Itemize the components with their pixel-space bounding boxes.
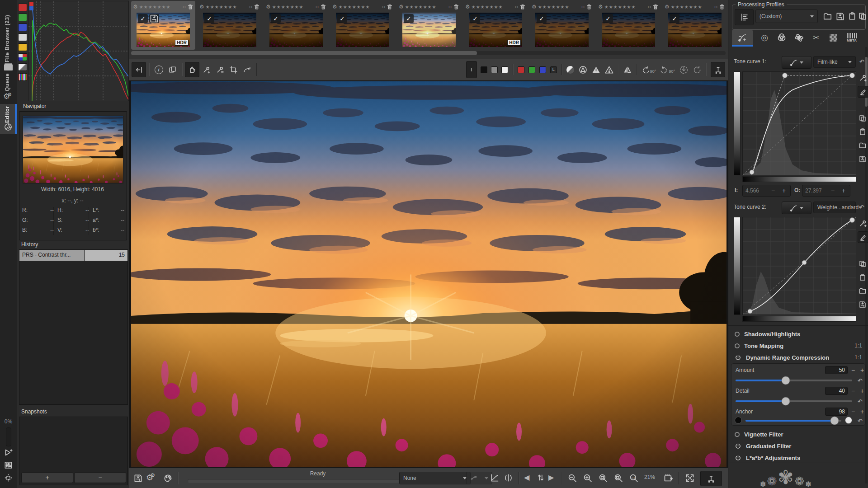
plus-button[interactable]: +: [859, 366, 866, 374]
previous-image-button[interactable]: ◀: [524, 473, 529, 482]
color-label-icon[interactable]: ○: [515, 4, 518, 10]
thumbnail-image[interactable]: ✓: [269, 13, 323, 47]
tab-editor[interactable]: Editor: [4, 107, 10, 123]
curve2-mode-dropdown[interactable]: Weighte...andard: [813, 202, 856, 213]
trash-icon[interactable]: [719, 4, 725, 10]
paste-profile-button[interactable]: [847, 9, 858, 23]
expander-dynamic-range-compression[interactable]: Dynamic Range Compression 1:1: [728, 352, 868, 363]
rating-stars[interactable]: ★★★★★★★: [139, 5, 181, 9]
anchor-slider[interactable]: [745, 417, 841, 425]
tab-queue[interactable]: Queue: [4, 74, 10, 91]
shadow-clipping-icon[interactable]: [592, 66, 600, 74]
bg-white-swatch[interactable]: [501, 66, 508, 73]
slider-thumb[interactable]: [781, 376, 790, 385]
trash-icon[interactable]: [387, 4, 393, 10]
detail-slider[interactable]: [736, 397, 852, 405]
histogram-green-toggle[interactable]: [18, 14, 27, 21]
tab-detail[interactable]: ◎: [756, 30, 773, 45]
power-on-icon[interactable]: [735, 354, 741, 361]
curve2-editor[interactable]: [742, 217, 856, 315]
filmstrip-thumbnail[interactable]: ⚙ ★★★★★★★ ○ ✓: [264, 1, 328, 50]
curve1-paste-button[interactable]: [858, 127, 868, 137]
copy-profile-button[interactable]: [857, 9, 868, 23]
color-label-icon[interactable]: ○: [316, 4, 319, 10]
filmstrip-thumbnail[interactable]: ⚙ ★★★★★★★ ○ ✓: [330, 1, 395, 50]
auto-vertical-icon[interactable]: [679, 66, 688, 74]
rotate-right-button[interactable]: 90°: [660, 66, 675, 74]
quick-export-button[interactable]: [161, 472, 174, 484]
highlight-clipping-icon[interactable]: [605, 66, 613, 74]
rotate-left-button[interactable]: 90°: [641, 66, 656, 74]
filmstrip-thumbnail[interactable]: ⚙ ★★★★★★★ ○ ✓ HDR: [131, 1, 195, 50]
auto-rotate-icon[interactable]: [693, 66, 701, 74]
curve-type2-button[interactable]: [782, 202, 811, 214]
amount-reset[interactable]: ↶: [858, 377, 863, 384]
crop-tool-button[interactable]: [226, 62, 240, 77]
trash-icon[interactable]: [254, 4, 260, 10]
tab-raw[interactable]: [825, 30, 841, 45]
minus-button[interactable]: −: [829, 187, 836, 194]
filmstrip-thumbnail[interactable]: ⚙ ★★★★★★★ ○ ✓: [198, 1, 262, 50]
anchor-reset[interactable]: ↶: [858, 418, 863, 424]
curve1-save-button[interactable]: [858, 154, 868, 164]
rating-stars[interactable]: ★★★★★★★: [206, 5, 248, 9]
trash-icon[interactable]: [586, 4, 592, 10]
filmstrip-thumbnail[interactable]: ⚙ ★★★★★★★ ○ ✓: [663, 1, 727, 50]
histogram-raw-toggle[interactable]: [18, 73, 27, 81]
next-image-button[interactable]: ▶: [548, 473, 554, 482]
histogram-rgb-mode-toggle[interactable]: [18, 53, 27, 61]
split-view-icon[interactable]: [504, 474, 513, 482]
plus-button[interactable]: +: [859, 387, 866, 394]
load-profile-button[interactable]: [821, 9, 833, 23]
filmstrip-scrollbar[interactable]: [131, 51, 726, 55]
minus-button[interactable]: −: [769, 187, 777, 194]
rating-stars[interactable]: ★★★★★★★: [604, 5, 646, 9]
fullscreen-button[interactable]: [683, 472, 697, 484]
remove-snapshot-button[interactable]: −: [74, 472, 126, 483]
histogram-luminosity-toggle[interactable]: [18, 33, 27, 41]
histogram-plot[interactable]: [28, 1, 129, 101]
thumbnail-image[interactable]: ✓: [336, 13, 389, 47]
expander-tone-mapping[interactable]: Tone Mapping 1:1: [728, 340, 868, 352]
detail-value[interactable]: 40: [825, 387, 848, 395]
minus-button[interactable]: −: [849, 387, 857, 394]
plus-button[interactable]: +: [840, 187, 847, 194]
curve2-copy-button[interactable]: [858, 258, 868, 269]
expander-vignette-filter[interactable]: Vignette Filter: [728, 428, 868, 440]
thumbnail-image[interactable]: ✓: [203, 13, 256, 47]
background-color-button[interactable]: T: [466, 61, 477, 78]
detail-window-button[interactable]: [661, 472, 675, 484]
navigator-preview[interactable]: [23, 116, 123, 183]
filmstrip-thumbnail[interactable]: ⚙ ★★★★★★★ ○ ✓: [596, 1, 660, 50]
thumbnail-image[interactable]: ✓ HDR: [137, 13, 190, 47]
filmstrip-thumbnail[interactable]: ⚙ ★★★★★★★ ○ ✓: [397, 1, 461, 50]
expander-shadows-highlights[interactable]: Shadows/Highlights: [728, 328, 868, 340]
curve1-reset-button[interactable]: ↶: [859, 58, 864, 65]
zoom-out-button[interactable]: [566, 472, 579, 484]
save-image-button[interactable]: [132, 472, 144, 484]
slider-thumb[interactable]: [830, 417, 839, 425]
tab-color[interactable]: [774, 30, 790, 45]
curve1-editor[interactable]: [742, 71, 856, 175]
histogram-red-toggle[interactable]: [18, 4, 27, 11]
add-snapshot-button[interactable]: +: [21, 472, 73, 483]
filmstrip-thumbnail[interactable]: ⚙ ★★★★★★★ ○ ✓ HDR: [463, 1, 528, 50]
gamut-check-icon[interactable]: [579, 66, 587, 74]
straighten-tool-button[interactable]: [240, 62, 254, 77]
color-label-icon[interactable]: ○: [183, 4, 186, 10]
red-channel-swatch[interactable]: [518, 66, 524, 73]
thumbnail-image[interactable]: ✓: [668, 13, 722, 47]
trash-icon[interactable]: [652, 4, 659, 10]
trash-icon[interactable]: [320, 4, 326, 10]
history-list[interactable]: Photo loaded(Last Saved)Exposure - Tone …: [19, 249, 128, 405]
dock-panels-button[interactable]: [700, 471, 722, 486]
filmstrip-scrollbar-handle[interactable]: [131, 51, 477, 55]
slider-thumb[interactable]: [781, 397, 790, 406]
curve1-load-button[interactable]: [858, 140, 868, 151]
curve2-reset-button[interactable]: ↶: [859, 204, 864, 211]
luminosity-swatch[interactable]: L: [550, 66, 557, 73]
before-after-button[interactable]: [165, 62, 179, 77]
rating-stars[interactable]: ★★★★★★★: [405, 5, 447, 9]
amount-value[interactable]: 50: [825, 366, 848, 374]
before-after-view-icon[interactable]: [491, 474, 499, 482]
